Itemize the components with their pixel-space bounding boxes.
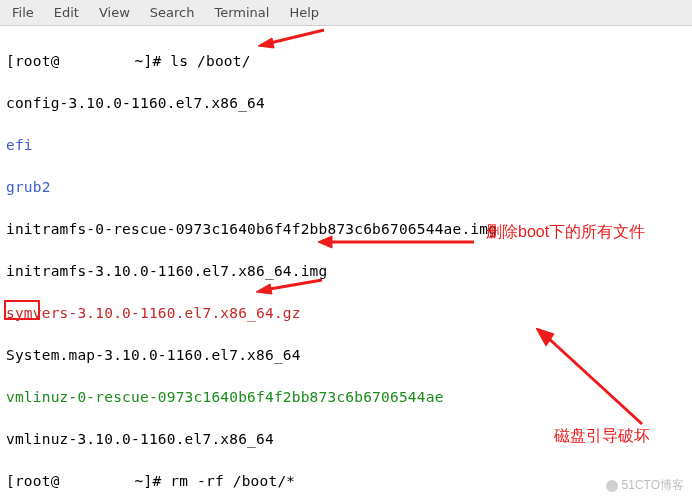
command-text: ls /boot/ bbox=[170, 53, 250, 69]
terminal-line: efi bbox=[6, 135, 686, 156]
watermark-dot-icon bbox=[606, 480, 618, 492]
terminal-line: config-3.10.0-1160.el7.x86_64 bbox=[6, 93, 686, 114]
terminal-line: [root@ ~]# ls /boot/ bbox=[6, 51, 686, 72]
censored-hostname bbox=[60, 54, 126, 68]
censored-hostname bbox=[60, 474, 126, 488]
prompt: [root@ ~]# bbox=[6, 473, 170, 489]
menu-help[interactable]: Help bbox=[281, 3, 327, 22]
menu-edit[interactable]: Edit bbox=[46, 3, 87, 22]
prompt: [root@ ~]# bbox=[6, 53, 170, 69]
terminal-line: System.map-3.10.0-1160.el7.x86_64 bbox=[6, 345, 686, 366]
terminal-line: symvers-3.10.0-1160.el7.x86_64.gz bbox=[6, 303, 686, 324]
terminal-line: initramfs-0-rescue-0973c1640b6f4f2bb873c… bbox=[6, 219, 686, 240]
command-text: rm -rf /boot/* bbox=[170, 473, 295, 489]
watermark-text: 51CTO博客 bbox=[622, 477, 684, 494]
terminal-line: grub2 bbox=[6, 177, 686, 198]
terminal-line: [root@ ~]# rm -rf /boot/* bbox=[6, 471, 686, 492]
menu-terminal[interactable]: Terminal bbox=[206, 3, 277, 22]
menu-bar: File Edit View Search Terminal Help bbox=[0, 0, 692, 26]
terminal-output[interactable]: [root@ ~]# ls /boot/ config-3.10.0-1160.… bbox=[0, 26, 692, 500]
terminal-line: vmlinuz-3.10.0-1160.el7.x86_64 bbox=[6, 429, 686, 450]
watermark: 51CTO博客 bbox=[606, 477, 684, 494]
menu-file[interactable]: File bbox=[4, 3, 42, 22]
terminal-line: vmlinuz-0-rescue-0973c1640b6f4f2bb873c6b… bbox=[6, 387, 686, 408]
menu-view[interactable]: View bbox=[91, 3, 138, 22]
menu-search[interactable]: Search bbox=[142, 3, 203, 22]
terminal-line: initramfs-3.10.0-1160.el7.x86_64.img bbox=[6, 261, 686, 282]
